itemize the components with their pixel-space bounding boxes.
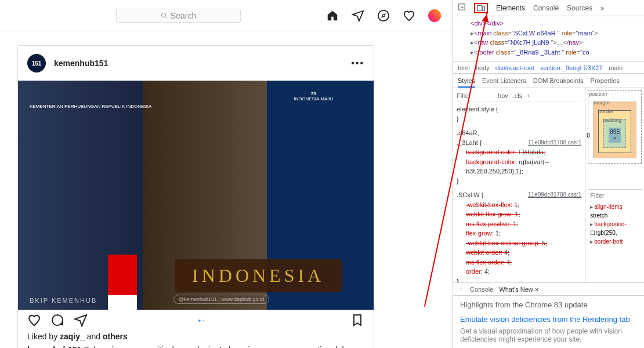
- ministry-badge: KEMENTERIAN PERHUBUNGAN REPUBLIK INDONES…: [30, 104, 151, 110]
- tab-event-listeners[interactable]: Event Listeners: [482, 77, 526, 84]
- profile-avatar[interactable]: [428, 9, 441, 22]
- direct-icon[interactable]: [352, 9, 364, 22]
- drawer-menu-icon[interactable]: ⋮: [458, 285, 464, 293]
- nameplate-text: INDONESIA: [175, 259, 342, 292]
- devtools-drawer: ⋮ Console What's New × Highlights from t…: [453, 282, 644, 348]
- cls-toggle[interactable]: .cls: [513, 92, 523, 99]
- close-icon[interactable]: ×: [535, 286, 538, 293]
- tab-sources[interactable]: Sources: [567, 4, 592, 12]
- activity-icon[interactable]: [403, 9, 415, 22]
- instagram-header: Search: [0, 0, 453, 31]
- watermark-right: @kemenhub151 | www.dephub.go.id: [173, 295, 269, 304]
- post-card: 151 kemenhub151 ••• KEMENTERIAN PERHUBUN…: [17, 45, 374, 348]
- post-username[interactable]: kemenhub151: [54, 59, 108, 68]
- carousel-dots: ● ●: [62, 318, 341, 323]
- whatsnew-description: Get a visual approximation of how people…: [460, 327, 637, 343]
- explore-icon[interactable]: [377, 9, 390, 22]
- search-placeholder: Search: [171, 11, 196, 20]
- add-rule-icon[interactable]: +: [527, 92, 530, 99]
- like-button[interactable]: [27, 313, 41, 327]
- tabs-overflow-icon[interactable]: »: [600, 4, 605, 12]
- home-icon[interactable]: [326, 9, 339, 22]
- indonesia-75-badge: 75INDONESIA MAJU: [294, 91, 333, 102]
- likes-text[interactable]: Liked by zaqiy_ and others: [18, 332, 374, 345]
- post-caption: kemenhub151 Sebagai negara maritim besar…: [18, 345, 374, 348]
- tab-console[interactable]: Console: [533, 4, 559, 12]
- devtools-panel: Elements Console Sources » <div></div> ▸…: [453, 0, 644, 348]
- svg-line-1: [165, 16, 167, 18]
- svg-point-0: [161, 13, 165, 17]
- save-button[interactable]: [350, 313, 364, 327]
- whatsnew-heading: Highlights from the Chrome 83 update: [460, 300, 637, 309]
- search-icon: [161, 12, 168, 19]
- indonesia-flag: [108, 255, 137, 310]
- post-more-button[interactable]: •••: [351, 58, 364, 68]
- post-avatar[interactable]: 151: [27, 54, 46, 72]
- styles-filter-input[interactable]: [457, 92, 491, 99]
- inspect-icon[interactable]: [458, 3, 466, 13]
- search-input[interactable]: Search: [116, 9, 241, 23]
- box-model[interactable]: position margin border padding 895 × 0: [588, 90, 642, 189]
- post-image[interactable]: KEMENTERIAN PERHUBUNGAN REPUBLIK INDONES…: [18, 81, 374, 310]
- hov-toggle[interactable]: :hov: [496, 92, 508, 99]
- tab-elements[interactable]: Elements: [496, 4, 525, 12]
- tab-dom-breakpoints[interactable]: DOM Breakpoints: [533, 77, 584, 84]
- tab-properties[interactable]: Properties: [591, 77, 620, 84]
- svg-rect-4: [477, 5, 482, 10]
- computed-filter-input[interactable]: [590, 192, 625, 199]
- watermark-left: BKIP KEMENHUB: [30, 297, 97, 304]
- drawer-tab-console[interactable]: Console: [470, 286, 493, 293]
- styles-tabs: Styles Event Listeners DOM Breakpoints P…: [453, 73, 644, 88]
- whatsnew-link[interactable]: Emulate vision deficiencies from the Ren…: [460, 315, 637, 324]
- dom-breadcrumb[interactable]: htmlbodydiv#react-rootsection._9eogI.E3X…: [453, 61, 644, 73]
- drawer-tab-whatsnew[interactable]: What's New ×: [499, 286, 538, 293]
- styles-pane[interactable]: :hov .cls + element.style {}.o64aR,._3La…: [453, 88, 585, 282]
- devtools-main-tabs: Elements Console Sources »: [453, 0, 644, 16]
- svg-point-2: [378, 10, 389, 20]
